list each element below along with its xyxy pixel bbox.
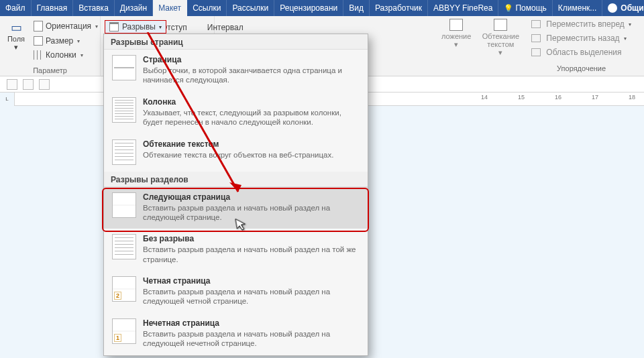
position-icon bbox=[449, 19, 463, 31]
wrap-icon bbox=[494, 19, 507, 31]
tab-file[interactable]: Файл bbox=[0, 0, 32, 16]
section-page-breaks: Разрывы страниц bbox=[104, 34, 368, 50]
menu-even-page-section[interactable]: 2 Четная страница Вставить разрыв раздел… bbox=[104, 271, 368, 313]
qat-icon-3[interactable] bbox=[39, 79, 50, 90]
breaks-button[interactable]: Разрывы ▾ bbox=[105, 20, 166, 34]
size-icon bbox=[34, 36, 43, 46]
bring-forward-icon bbox=[531, 20, 541, 28]
qat-icon-1[interactable] bbox=[7, 79, 17, 90]
menu-text-wrapping-break[interactable]: Обтекание текстом Обтекание текста вокру… bbox=[104, 134, 368, 172]
bring-forward-button[interactable]: Переместить вперед ▾ bbox=[527, 17, 635, 31]
send-backward-icon bbox=[531, 34, 541, 42]
ribbon-tabs: Файл Главная Вставка Дизайн Макет Ссылки… bbox=[0, 0, 644, 16]
orientation-icon bbox=[34, 21, 43, 32]
tab-references[interactable]: Ссылки bbox=[187, 0, 227, 16]
page-break-icon bbox=[112, 55, 136, 80]
even-page-icon: 2 bbox=[112, 276, 136, 302]
share-button[interactable]: Общий доступ bbox=[602, 0, 644, 16]
size-button[interactable]: Размер▾ bbox=[30, 34, 102, 48]
account-label[interactable]: Клименк... bbox=[553, 0, 603, 16]
tab-layout[interactable]: Макет bbox=[153, 0, 187, 16]
menu-continuous-section[interactable]: Без разрыва Вставить разрыв раздела и на… bbox=[104, 229, 368, 271]
columns-icon bbox=[34, 50, 43, 60]
tab-abbyy[interactable]: ABBYY FineRea bbox=[428, 0, 499, 16]
next-page-icon bbox=[112, 192, 136, 218]
selection-pane-button[interactable]: Область выделения bbox=[527, 46, 635, 59]
section-section-breaks: Разрывы разделов bbox=[104, 172, 368, 187]
chevron-down-icon: ▾ bbox=[159, 24, 162, 30]
text-wrap-break-icon bbox=[112, 139, 136, 165]
selection-pane-icon bbox=[531, 48, 541, 56]
position-button[interactable]: ложение▾ bbox=[439, 17, 474, 50]
ruler-gutter: L bbox=[0, 93, 15, 106]
tab-insert[interactable]: Вставка bbox=[73, 0, 115, 16]
tab-design[interactable]: Дизайн bbox=[115, 0, 153, 16]
margins-button[interactable]: ▭ Поля ▾ bbox=[4, 19, 28, 62]
send-backward-button[interactable]: Переместить назад ▾ bbox=[527, 32, 635, 45]
group-label-page-setup: Параметр bbox=[4, 66, 96, 74]
tab-mailings[interactable]: Рассылки bbox=[227, 0, 274, 16]
odd-page-icon: 1 bbox=[112, 318, 136, 344]
tab-review[interactable]: Рецензировани bbox=[274, 0, 343, 16]
menu-odd-page-section[interactable]: 1 Нечетная страница Вставить разрыв разд… bbox=[104, 313, 368, 355]
tab-home[interactable]: Главная bbox=[32, 0, 74, 16]
orientation-button[interactable]: Ориентация▾ bbox=[30, 19, 102, 34]
margins-label: Поля bbox=[7, 35, 25, 43]
menu-page-break[interactable]: Страница Выбор точки, в которой заканчив… bbox=[104, 50, 368, 92]
tab-developer[interactable]: Разработчик bbox=[370, 0, 428, 16]
group-page-setup: ▭ Поля ▾ Ориентация▾ Размер▾ Колонки▾ Па… bbox=[0, 16, 101, 76]
continuous-icon bbox=[112, 234, 136, 259]
column-break-icon bbox=[112, 97, 136, 123]
columns-button[interactable]: Колонки▾ bbox=[30, 48, 102, 62]
tab-help[interactable]: Помощь bbox=[498, 0, 552, 16]
menu-column-break[interactable]: Колонка Указывает, что текст, следующий … bbox=[104, 92, 368, 134]
wrap-text-button[interactable]: Обтекание текстом▾ bbox=[478, 17, 523, 58]
breaks-dropdown: Разрывы страниц Страница Выбор точки, в … bbox=[103, 34, 368, 356]
breaks-icon bbox=[109, 22, 119, 32]
group-label-arrange: Упорядочение bbox=[527, 64, 635, 72]
spacing-header: Интервал bbox=[207, 23, 244, 32]
qat-icon-2[interactable] bbox=[23, 79, 34, 90]
group-arrange: ложение▾ Обтекание текстом▾ Переместить … bbox=[439, 17, 640, 72]
tab-view[interactable]: Вид bbox=[343, 0, 370, 16]
